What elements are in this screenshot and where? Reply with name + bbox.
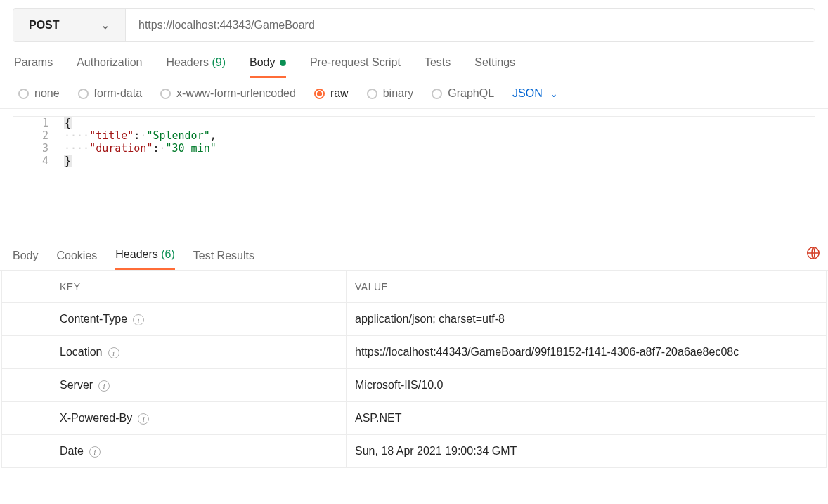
tab-prerequest[interactable]: Pre-request Script	[310, 56, 401, 78]
body-lang-dropdown[interactable]: JSON ⌄	[512, 87, 558, 100]
tab-settings[interactable]: Settings	[474, 56, 515, 78]
table-row: Datei Sun, 18 Apr 2021 19:00:34 GMT	[2, 435, 827, 468]
body-formdata[interactable]: form-data	[78, 87, 142, 100]
network-icon[interactable]	[806, 245, 821, 264]
tab-body[interactable]: Body	[250, 56, 286, 78]
chevron-down-icon: ⌄	[101, 20, 110, 31]
col-value: VALUE	[347, 271, 827, 303]
body-editor[interactable]: 1{ 2····"title":·"Splendor", 3····"durat…	[13, 116, 815, 235]
body-none[interactable]: none	[18, 87, 60, 100]
resp-tab-tests[interactable]: Test Results	[193, 250, 254, 269]
response-headers-table: KEY VALUE Content-Typei application/json…	[1, 271, 827, 468]
table-row: X-Powered-Byi ASP.NET	[2, 402, 827, 435]
table-row: Locationi https://localhost:44343/GameBo…	[2, 336, 827, 369]
info-icon[interactable]: i	[138, 413, 149, 425]
method-label: POST	[29, 19, 60, 32]
body-xform[interactable]: x-www-form-urlencoded	[160, 87, 296, 100]
radio-icon	[18, 89, 29, 99]
info-icon[interactable]: i	[89, 446, 101, 458]
resp-tab-body[interactable]: Body	[13, 250, 38, 269]
body-raw[interactable]: raw	[314, 87, 349, 100]
radio-icon	[432, 89, 442, 99]
response-tabs: Body Cookies Headers (6) Test Results	[0, 235, 828, 271]
tab-params[interactable]: Params	[14, 56, 53, 78]
request-bar: POST ⌄ https://localhost:44343/GameBoard	[13, 8, 815, 42]
resp-tab-cookies[interactable]: Cookies	[56, 250, 97, 269]
radio-icon	[314, 89, 325, 99]
body-type-row: none form-data x-www-form-urlencoded raw…	[0, 79, 828, 109]
tab-authorization[interactable]: Authorization	[77, 56, 142, 78]
url-text: https://localhost:44343/GameBoard	[138, 19, 315, 32]
tab-headers-label: Headers	[167, 56, 209, 68]
body-binary[interactable]: binary	[367, 87, 414, 100]
radio-icon	[367, 89, 377, 99]
body-modified-icon	[280, 60, 286, 66]
tab-body-label: Body	[250, 56, 275, 68]
table-row: Content-Typei application/json; charset=…	[2, 303, 827, 336]
info-icon[interactable]: i	[133, 314, 144, 325]
tab-tests[interactable]: Tests	[425, 56, 451, 78]
radio-icon	[160, 89, 171, 99]
info-icon[interactable]: i	[98, 380, 110, 392]
request-tabs: Params Authorization Headers (9) Body Pr…	[0, 42, 828, 79]
col-key: KEY	[51, 271, 347, 303]
resp-tab-headers[interactable]: Headers (6)	[115, 248, 175, 270]
tab-headers-count: (9)	[212, 56, 226, 68]
chevron-down-icon: ⌄	[550, 88, 558, 99]
tab-headers[interactable]: Headers (9)	[167, 56, 226, 78]
radio-icon	[78, 89, 89, 99]
body-graphql[interactable]: GraphQL	[432, 87, 494, 100]
table-row: Serveri Microsoft-IIS/10.0	[2, 369, 827, 402]
info-icon[interactable]: i	[108, 347, 119, 358]
leading-col	[2, 271, 51, 303]
method-dropdown[interactable]: POST ⌄	[13, 9, 126, 41]
url-input[interactable]: https://localhost:44343/GameBoard	[126, 9, 815, 41]
